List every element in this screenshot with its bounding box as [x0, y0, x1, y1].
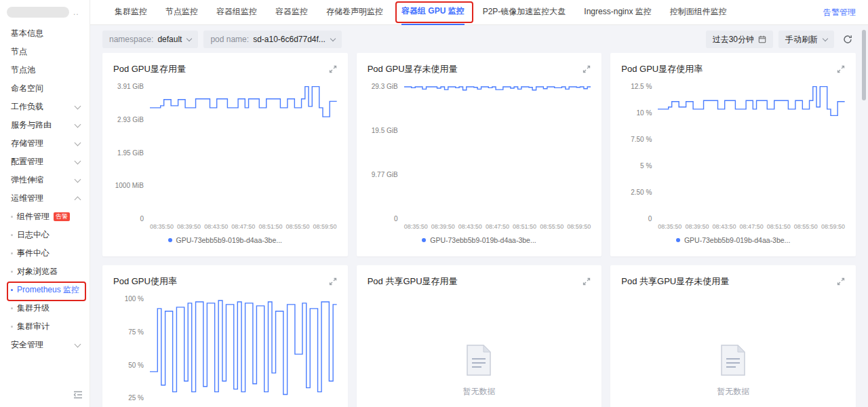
bullet-icon — [11, 234, 13, 236]
sidebar-item-label: 集群审计 — [17, 321, 50, 332]
tab-control-plane-monitor[interactable]: 控制面组件监控 — [670, 0, 727, 24]
chart-card-header: Pod GPU显存未使用量 — [368, 62, 591, 76]
bullet-icon — [11, 271, 13, 273]
refresh-mode-select[interactable]: 手动刷新 — [778, 31, 834, 48]
sidebar-item-autoscaling[interactable]: 弹性伸缩 — [0, 171, 90, 189]
tab-node-monitor[interactable]: 节点监控 — [165, 0, 198, 24]
bullet-icon — [11, 252, 13, 254]
pod-name-select[interactable]: pod name: sd-a10-6c6d77d4f... — [203, 31, 341, 48]
sidebar-item-log-center[interactable]: 日志中心 — [0, 226, 90, 244]
y-tick-label: 9.77 GiB — [372, 171, 398, 178]
sidebar-item-services-routes[interactable]: 服务与路由 — [0, 116, 90, 134]
chart-plot — [150, 298, 337, 407]
empty-state-text: 暂无数据 — [462, 386, 495, 398]
tab-container-monitor[interactable]: 容器监控 — [275, 0, 308, 24]
x-tick-label: 08:51:50 — [767, 223, 791, 230]
chart-legend[interactable]: GPU-73ebb5b9-019b-d4aa-3be... — [113, 236, 337, 244]
tab-pod-monitor[interactable]: 容器组监控 — [216, 0, 257, 24]
tab-ingress-nginx-monitor[interactable]: Ingress-nginx 监控 — [584, 0, 651, 24]
tab-pvc-monitor[interactable]: 存储卷声明监控 — [326, 0, 383, 24]
y-tick-label: 100 % — [125, 295, 144, 303]
y-tick-label: 19.5 GiB — [372, 127, 398, 134]
expand-icon[interactable] — [583, 65, 591, 73]
expand-icon[interactable] — [837, 277, 845, 286]
legend-dot-icon — [168, 238, 172, 242]
y-axis-labels: 12.5 %10 %7.50 %5 %2.50 %0 — [621, 83, 658, 222]
sidebar-item-node-pools[interactable]: 节点池 — [0, 61, 90, 79]
tab-list: 集群监控节点监控容器组监控容器监控存储卷声明监控容器组 GPU 监控P2P-镜像… — [115, 0, 727, 25]
scrollbar[interactable] — [862, 30, 866, 100]
sidebar-item-cluster-upgrade[interactable]: 集群升级 — [0, 299, 90, 317]
time-range-select[interactable]: 过去30分钟 — [706, 31, 773, 48]
y-tick-label: 3.91 GiB — [117, 83, 144, 90]
sidebar-item-label: 事件中心 — [17, 248, 50, 259]
chevron-up-icon — [75, 197, 81, 204]
sidebar-item-namespaces[interactable]: 命名空间 — [0, 79, 90, 98]
sidebar-item-label: 存储管理 — [11, 138, 43, 149]
namespace-value: default — [157, 35, 182, 44]
sidebar-item-label: 对象浏览器 — [17, 266, 58, 277]
refresh-button[interactable] — [840, 31, 856, 47]
x-tick-label: 08:51:50 — [513, 223, 536, 230]
chevron-down-icon — [75, 102, 81, 109]
chevron-down-icon — [75, 341, 81, 347]
sidebar-item-label: Prometheus 监控 — [17, 284, 79, 296]
pod-name-label: pod name: — [210, 35, 249, 44]
sidebar-item-config-management[interactable]: 配置管理 — [0, 153, 90, 171]
chart-card-0: Pod GPU显存用量3.91 GiB2.93 GiB1.95 GiB1000 … — [102, 53, 348, 256]
alert-management-link[interactable]: 告警管理 — [823, 7, 856, 18]
chart-legend[interactable]: GPU-73ebb5b9-019b-d4aa-3be... — [368, 236, 591, 244]
namespace-label: namespace: — [109, 35, 153, 44]
filter-bar: namespace: default pod name: sd-a10-6c6d… — [102, 29, 856, 50]
y-tick-label: 0 — [394, 215, 398, 222]
x-tick-label: 08:43:50 — [204, 223, 228, 230]
sidebar-item-storage-management[interactable]: 存储管理 — [0, 134, 90, 153]
x-tick-label: 08:39:50 — [177, 223, 201, 230]
chart-title: Pod GPU显存未使用量 — [368, 63, 458, 75]
chart-title: Pod 共享GPU显存未使用量 — [621, 275, 729, 288]
y-tick-label: 1.95 GiB — [117, 149, 144, 157]
sidebar-item-basic-info[interactable]: 基本信息 — [0, 24, 90, 43]
tab-p2p-image-monitor[interactable]: P2P-镜像加速监控大盘 — [483, 0, 566, 24]
sidebar-menu: 基本信息节点节点池命名空间工作负载服务与路由存储管理配置管理弹性伸缩运维管理组件… — [0, 24, 90, 354]
sidebar-item-event-center[interactable]: 事件中心 — [0, 244, 90, 263]
legend-dot-icon — [422, 238, 426, 242]
sidebar-item-object-browser[interactable]: 对象浏览器 — [0, 263, 90, 281]
bullet-icon — [11, 289, 13, 291]
sidebar-item-nodes[interactable]: 节点 — [0, 43, 90, 61]
sidebar-item-label: 节点池 — [11, 64, 35, 76]
sidebar-item-security-management[interactable]: 安全管理 — [0, 336, 90, 354]
main-area: 集群监控节点监控容器组监控容器监控存储卷声明监控容器组 GPU 监控P2P-镜像… — [90, 0, 868, 407]
sidebar: .. 基本信息节点节点池命名空间工作负载服务与路由存储管理配置管理弹性伸缩运维管… — [0, 0, 90, 407]
empty-state: 暂无数据 — [621, 288, 845, 407]
x-axis-labels: 08:35:5008:39:5008:43:5008:47:5008:51:50… — [658, 223, 845, 230]
sidebar-item-cluster-audit[interactable]: 集群审计 — [0, 317, 90, 336]
y-axis-labels: 3.91 GiB2.93 GiB1.95 GiB1000 MiB0 — [113, 83, 150, 222]
chart-legend[interactable]: GPU-73ebb5b9-019b-d4aa-3be... — [621, 236, 845, 244]
sidebar-item-ops-management[interactable]: 运维管理 — [0, 189, 90, 208]
y-tick-label: 2.93 GiB — [117, 116, 144, 123]
y-tick-label: 2.50 % — [631, 189, 652, 196]
expand-icon[interactable] — [583, 277, 591, 286]
bullet-icon — [11, 307, 13, 309]
tab-cluster-monitor[interactable]: 集群监控 — [115, 0, 147, 24]
chart-plot — [658, 85, 845, 220]
tab-pod-gpu-monitor[interactable]: 容器组 GPU 监控 — [401, 0, 465, 25]
sidebar-item-label: 服务与路由 — [11, 119, 52, 131]
chart-plot — [404, 85, 591, 220]
sidebar-item-component-management[interactable]: 组件管理告警 — [0, 208, 90, 226]
expand-icon[interactable] — [329, 277, 337, 286]
chart-area: 3.91 GiB2.93 GiB1.95 GiB1000 MiB0 — [113, 85, 337, 220]
x-tick-label: 08:35:50 — [404, 223, 428, 230]
expand-icon[interactable] — [329, 65, 337, 73]
tab-label: 节点监控 — [165, 7, 198, 16]
collapse-sidebar-icon[interactable] — [73, 389, 83, 402]
sidebar-item-workloads[interactable]: 工作负载 — [0, 98, 90, 116]
sidebar-item-label: 安全管理 — [11, 339, 43, 351]
expand-icon[interactable] — [837, 65, 845, 73]
logo-more: .. — [73, 7, 79, 17]
sidebar-item-prometheus-monitoring[interactable]: Prometheus 监控 — [0, 281, 90, 299]
chart-card-header: Pod GPU显存用量 — [113, 62, 337, 76]
chart-card-header: Pod GPU使用率 — [113, 275, 337, 288]
namespace-select[interactable]: namespace: default — [102, 31, 198, 48]
